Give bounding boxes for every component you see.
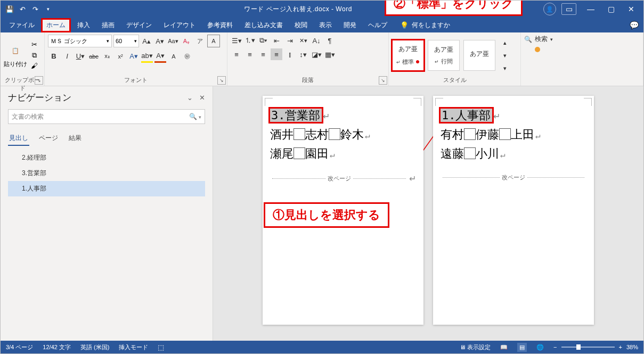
style-normal[interactable]: あア亜 ↵ 標準 ● (392, 40, 424, 71)
char-shading-icon[interactable]: A (168, 51, 180, 62)
nav-collapse-icon[interactable]: ⌄ (187, 94, 193, 102)
multilevel-icon[interactable]: ⧉▾ (257, 35, 269, 46)
indent-inc-icon[interactable]: ⇥ (284, 35, 296, 46)
view-web-icon[interactable]: 🌐 (536, 344, 544, 351)
underline-button[interactable]: U▾ (75, 51, 86, 62)
user-avatar-icon[interactable]: 👤 (543, 3, 556, 15)
justify-icon[interactable]: ≡ (271, 48, 282, 60)
style-scroll-up-icon[interactable]: ▴ (499, 37, 511, 48)
paste-button[interactable]: 📋 貼り付け (4, 43, 27, 68)
undo-icon[interactable]: ↶ (18, 4, 27, 14)
style-nospace[interactable]: あア亜 ↵ 行間 (428, 40, 460, 71)
font-launcher-icon[interactable]: ↘ (217, 76, 226, 85)
nav-tab-results[interactable]: 結果 (68, 131, 83, 146)
tab-draw[interactable]: 描画 (96, 18, 120, 32)
paragraph-launcher-icon[interactable]: ↘ (379, 76, 387, 85)
tab-view[interactable]: 表示 (314, 18, 337, 32)
asian-dist-icon[interactable]: ✕▾ (297, 35, 309, 46)
bullets-icon[interactable]: ☰▾ (231, 35, 242, 46)
nav-close-icon[interactable]: ✕ (199, 94, 205, 102)
redo-icon[interactable]: ↷ (30, 4, 40, 14)
tab-developer[interactable]: 開発 (338, 18, 362, 32)
sort-icon[interactable]: A↓ (311, 35, 322, 46)
copy-icon[interactable]: ⧉ (29, 51, 39, 60)
chevron-down-icon[interactable]: ▾ (199, 114, 201, 120)
ribbon-display-icon[interactable]: ▭ (561, 3, 576, 15)
line-spacing-icon[interactable]: ↕▾ (297, 48, 309, 60)
doc-line[interactable]: 酒井志村鈴木↵ (270, 127, 416, 143)
status-words[interactable]: 12/42 文字 (43, 343, 71, 351)
tab-help[interactable]: ヘルプ (363, 18, 393, 32)
tab-review[interactable]: 校閲 (289, 18, 313, 32)
tell-me[interactable]: 💡 何をしますか (397, 19, 453, 32)
strike-button[interactable]: abc (88, 51, 100, 62)
highlight-icon[interactable]: ab▾ (141, 50, 153, 63)
close-button[interactable]: ✕ (621, 2, 641, 16)
cut-icon[interactable]: ✂ (29, 40, 39, 49)
zoom-value[interactable]: 38% (626, 344, 638, 350)
nav-tab-headings[interactable]: 見出し (8, 131, 29, 146)
char-border-icon[interactable]: A (207, 35, 220, 47)
numbering-icon[interactable]: ⒈▾ (244, 35, 256, 46)
nav-search-input[interactable]: 文書の検索 🔍▾ (8, 109, 205, 124)
share-icon[interactable]: 💬 (627, 20, 640, 30)
text-effects-icon[interactable]: A▾ (128, 51, 140, 62)
phonetic-icon[interactable]: ア (194, 35, 206, 47)
view-read-icon[interactable]: 📖 (500, 344, 508, 351)
minimize-button[interactable]: — (581, 2, 601, 16)
save-icon[interactable]: 💾 (5, 4, 14, 14)
tab-insert[interactable]: 挿入 (72, 18, 95, 32)
find-button[interactable]: 🔍 検索 ▾ (524, 35, 553, 44)
change-case-icon[interactable]: Aa▾ (167, 35, 179, 47)
tab-design[interactable]: デザイン (121, 18, 157, 32)
status-page[interactable]: 3/4 ページ (6, 343, 33, 351)
superscript-button[interactable]: x² (115, 51, 126, 62)
enclose-char-icon[interactable]: ㊙ (181, 51, 193, 62)
shading-icon[interactable]: ◪▾ (311, 48, 322, 60)
borders-icon[interactable]: ▦▾ (324, 48, 336, 60)
style-scroll-down-icon[interactable]: ▾ (499, 50, 511, 61)
tab-layout[interactable]: レイアウト (158, 18, 201, 32)
clear-format-icon[interactable]: Aᵩ (181, 35, 192, 47)
doc-line[interactable]: 瀬尾園田↵ (270, 146, 416, 162)
nav-item[interactable]: 1.人事部 (8, 181, 205, 196)
status-language[interactable]: 英語 (米国) (80, 343, 109, 351)
accessibility-icon[interactable]: ⬚ (158, 343, 164, 351)
doc-heading[interactable]: 1.人事部 (441, 109, 492, 122)
tab-file[interactable]: ファイル (4, 18, 40, 32)
tab-mailings[interactable]: 差し込み文書 (239, 18, 288, 32)
style-more-icon[interactable]: ▾ (499, 62, 511, 74)
nav-tab-pages[interactable]: ページ (38, 131, 59, 146)
view-print-icon[interactable]: ▤ (517, 343, 527, 352)
zoom-out-icon[interactable]: − (553, 344, 557, 350)
doc-heading[interactable]: 3.営業部 (270, 109, 322, 122)
nav-item[interactable]: 3.営業部 (8, 166, 205, 181)
grow-font-icon[interactable]: A▴ (141, 35, 152, 47)
align-center-icon[interactable]: ≡ (244, 48, 256, 60)
doc-line[interactable]: 有村伊藤上田↵ (441, 127, 586, 143)
align-right-icon[interactable]: ≡ (257, 48, 269, 60)
font-size-select[interactable]: 60▾ (113, 35, 139, 47)
nav-item[interactable]: 2.経理部 (8, 150, 205, 166)
status-mode[interactable]: 挿入モード (119, 343, 148, 351)
doc-line[interactable]: 遠藤小川↵ (441, 146, 586, 162)
font-color-icon[interactable]: A▾ (154, 50, 166, 63)
align-left-icon[interactable]: ≡ (231, 48, 242, 60)
italic-button[interactable]: I (61, 51, 73, 62)
format-painter-icon[interactable]: 🖌 (29, 62, 39, 70)
zoom-control[interactable]: − + 38% (553, 344, 638, 350)
distribute-icon[interactable]: ⫿ (284, 48, 296, 60)
tab-home[interactable]: ホーム (41, 18, 71, 32)
show-marks-icon[interactable]: ¶ (324, 35, 336, 46)
indent-dec-icon[interactable]: ⇤ (271, 35, 282, 46)
display-settings[interactable]: 🖥 表示設定 (460, 343, 491, 351)
font-name-select[interactable]: ＭＳ ゴシック▾ (48, 35, 112, 47)
qat-dropdown-icon[interactable]: ▾ (43, 4, 53, 14)
tab-references[interactable]: 参考資料 (202, 18, 238, 32)
zoom-in-icon[interactable]: + (619, 344, 622, 350)
subscript-button[interactable]: x₂ (101, 51, 113, 62)
shrink-font-icon[interactable]: A▾ (154, 35, 166, 47)
maximize-button[interactable]: ▢ (601, 2, 621, 16)
bold-button[interactable]: B (48, 51, 60, 62)
style-heading1[interactable]: あア亜 (463, 40, 495, 71)
